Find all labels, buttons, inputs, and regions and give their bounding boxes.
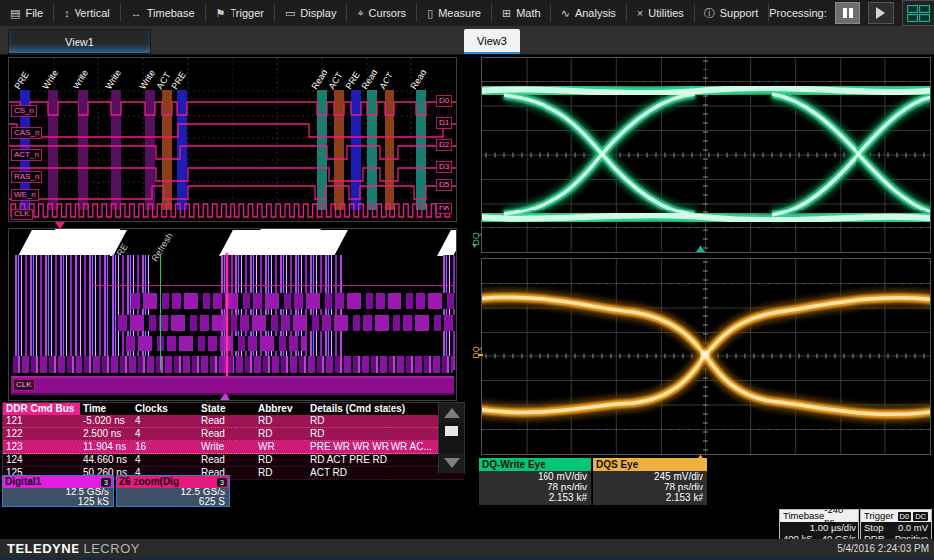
utilities-icon: ×	[637, 8, 643, 19]
timebase-scale: 1.00 µs/div	[810, 522, 856, 533]
vertical-icon: ↕	[64, 8, 70, 19]
processing-label: Processing:	[769, 7, 826, 19]
record-length: 125 kS	[3, 497, 113, 507]
table-row[interactable]: 121-5.020 ns4ReadRDRD	[3, 415, 464, 428]
line-label-d0: D0	[436, 95, 452, 107]
menu-right-controls: Processing: Mosaic Gesture Undo ↶	[769, 0, 934, 26]
menu-analysis[interactable]: ∿Analysis	[551, 4, 627, 22]
digital1-descriptor[interactable]: Digital13 12.5 GS/s 125 kS	[2, 475, 114, 507]
decode-row	[126, 336, 307, 351]
bus-activity-stripes	[221, 255, 342, 370]
dq-write-eye-descriptor[interactable]: DQ-Write Eye 160 mV/div 78 ps/div 2.153 …	[479, 458, 591, 505]
decode-row	[118, 315, 455, 331]
menu-vertical[interactable]: ↕Vertical	[54, 4, 121, 22]
table-cell: Read	[198, 454, 255, 466]
trigger-coupling-badge: DC	[913, 512, 928, 521]
trigger-mode: Stop	[864, 522, 884, 533]
table-row[interactable]: 12311.904 ns16WriteWRPRE WR WR WR WR AC.…	[3, 441, 464, 454]
sweep-count: 2.153 k#	[479, 492, 591, 503]
table-cell: -5.020 ns	[80, 415, 132, 427]
column-header: Clocks	[132, 403, 198, 415]
menu-item-label: Analysis	[575, 7, 616, 19]
zoom-cursor-marker[interactable]	[220, 393, 230, 400]
menu-item-label: Timebase	[147, 7, 195, 19]
table-cell: 123	[3, 441, 80, 453]
menu-timebase[interactable]: ↔Timebase	[121, 4, 206, 22]
eye-center-marker-teal	[696, 245, 705, 252]
zoom-cmd-label: Refresh	[150, 231, 175, 263]
up-arrow-icon	[444, 408, 460, 418]
column-header: State	[198, 403, 255, 415]
table-cell: 4	[132, 428, 198, 440]
column-header: DDR Cmd Bus	[3, 403, 80, 415]
table-header: DDR Cmd BusTimeClocksStateAbbrevDetails …	[3, 403, 464, 415]
cursors-icon: ⌖	[357, 8, 363, 19]
table-row[interactable]: 12444.660 ns4ReadRDRD ACT PRE RD	[3, 454, 464, 467]
clk-compressed-bar: CLK	[11, 376, 454, 395]
line-label-d6: D6	[436, 203, 452, 214]
menu-file[interactable]: ▤File	[0, 4, 54, 22]
decode-row	[131, 293, 455, 309]
file-icon: ▤	[10, 8, 20, 19]
zoom-overview-panel[interactable]: PRERefresh CLK	[8, 228, 457, 401]
scroll-up-button[interactable]	[439, 403, 464, 423]
tab-view1[interactable]: View1	[8, 29, 151, 54]
table-cell: RD	[255, 467, 307, 479]
dqs-eye-panel[interactable]	[481, 258, 931, 455]
menu-cursors[interactable]: ⌖Cursors	[347, 4, 417, 22]
table-scrollbar[interactable]	[438, 403, 464, 473]
scroll-down-button[interactable]	[439, 453, 464, 473]
h-scale: 78 ps/div	[593, 482, 707, 492]
channel-count-badge: 3	[101, 478, 111, 487]
signal-label-cs_n: CS_n	[11, 105, 37, 117]
menu-display[interactable]: ▭Display	[275, 4, 347, 22]
table-cell: 2.500 ns	[80, 428, 132, 440]
sweep-count: 2.153 k#	[593, 492, 707, 503]
menu-item-label: Utilities	[648, 7, 683, 19]
descriptor-title: Z6 zoom(Dig	[119, 476, 179, 488]
table-cell: 121	[3, 415, 80, 427]
tab-bar: View1 View3	[0, 26, 934, 55]
mosaic-dropdown[interactable]: Mosaic	[902, 0, 934, 26]
pause-button[interactable]	[835, 2, 860, 24]
brand-light: LECROY	[83, 541, 139, 556]
menu-item-label: Vertical	[75, 7, 110, 19]
descriptor-title: Digital1	[5, 476, 41, 488]
signal-label-cas_n: CAS_n	[11, 127, 42, 139]
oscilloscope-screen: ▤File↕Vertical↔Timebase⚑Trigger▭Display⌖…	[0, 0, 934, 560]
dqs-eye-descriptor[interactable]: DQS Eye 245 mV/div 78 ps/div 2.153 k#	[593, 458, 707, 505]
cursor-line[interactable]	[226, 253, 228, 396]
eye-box-title: DQ-Write Eye	[479, 458, 591, 471]
brand-logo: TELEDYNE LECROY	[0, 541, 140, 556]
tab-view3[interactable]: View3	[464, 29, 520, 52]
dq-write-eye-panel[interactable]	[481, 57, 931, 253]
menu-math[interactable]: ⊞Math	[492, 4, 551, 22]
scrollbar-thumb[interactable]	[445, 426, 458, 436]
ddr-timing-panel[interactable]: PREWriteWriteWriteWriteACTPREReadACTPRER…	[8, 57, 457, 222]
dq-write-eye-diagram	[482, 58, 930, 252]
table-row[interactable]: 1222.500 ns4ReadRDRD	[3, 428, 464, 441]
menu-item-label: Display	[300, 7, 336, 19]
zoom-descriptor[interactable]: Z6 zoom(Dig3 12.5 GS/s 625 S	[116, 475, 230, 507]
table-cell: RD	[255, 415, 307, 427]
h-scale: 78 ps/div	[479, 482, 591, 492]
down-arrow-icon	[444, 458, 460, 468]
table-cell: Read	[198, 428, 255, 440]
line-label-d5: D5	[436, 179, 452, 191]
mosaic-grid-icon	[907, 5, 930, 22]
menu-utilities[interactable]: ×Utilities	[627, 4, 695, 22]
channel-count-badge: 3	[217, 478, 227, 487]
table-cell: Write	[198, 441, 255, 453]
trigger-position-marker[interactable]	[55, 222, 65, 229]
column-header: Details (Cmd states)	[307, 403, 437, 415]
ddr-cmd-table[interactable]: DDR Cmd BusTimeClocksStateAbbrevDetails …	[2, 402, 465, 474]
menu-trigger[interactable]: ⚑Trigger	[206, 4, 275, 22]
footer-bar: TELEDYNE LECROY 5/4/2016 2:24:03 PM	[0, 539, 934, 558]
signal-label-ras_n: RAS_n	[11, 171, 42, 183]
table-cell: 44.660 ns	[80, 454, 132, 466]
table-cell: 4	[132, 454, 198, 466]
menu-measure[interactable]: ▯Measure	[417, 4, 492, 22]
play-button[interactable]	[868, 2, 894, 24]
dqs-eye-diagram	[482, 259, 930, 454]
menu-support[interactable]: ⓘSupport	[695, 4, 770, 22]
